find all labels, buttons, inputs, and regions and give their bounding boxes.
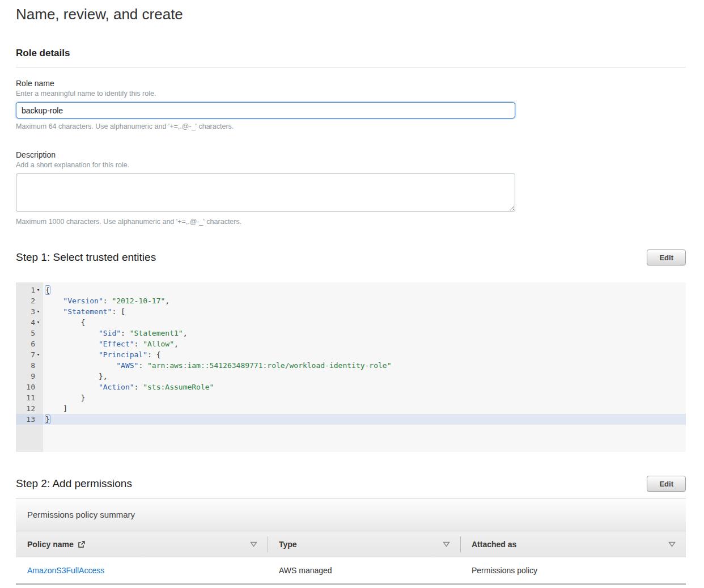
code-line[interactable]: }, — [43, 371, 686, 382]
description-field: Description Add a short explanation for … — [16, 150, 686, 226]
editor-code[interactable]: { "Version": "2012-10-17", "Statement": … — [43, 282, 686, 452]
fold-arrow-icon[interactable]: ▾ — [35, 306, 41, 317]
code-line[interactable]: "Statement": [ — [43, 306, 686, 317]
permissions-panel-title: Permissions policy summary — [16, 498, 686, 531]
attached-as-cell: Permissions policy — [460, 566, 686, 575]
line-number: 5 — [16, 328, 43, 339]
description-hint: Maximum 1000 characters. Use alphanumeri… — [16, 218, 686, 226]
page-title: Name, review, and create — [16, 6, 686, 23]
line-number: 8 — [16, 360, 43, 371]
policy-editor[interactable]: 1▾23▾4▾567▾8910111213 { "Version": "2012… — [16, 282, 686, 452]
line-number: 12 — [16, 403, 43, 414]
filter-down-icon[interactable] — [668, 542, 676, 547]
code-line[interactable]: } — [43, 414, 686, 425]
permissions-panel: Permissions policy summary Policy nameTy… — [16, 498, 686, 585]
role-name-field: Role name Enter a meaningful name to ide… — [16, 79, 686, 130]
column-header-attached-as[interactable]: Attached as — [460, 531, 686, 557]
line-number: 6 — [16, 339, 43, 349]
role-name-label: Role name — [16, 79, 686, 88]
step1-header-row: Step 1: Select trusted entities Edit — [16, 249, 686, 265]
description-label: Description — [16, 150, 686, 159]
table-row: AmazonS3FullAccessAWS managedPermissions… — [16, 557, 686, 585]
role-name-input[interactable] — [16, 102, 515, 119]
policy-name-link[interactable]: AmazonS3FullAccess — [27, 566, 104, 575]
fold-arrow-icon[interactable]: ▾ — [35, 317, 41, 328]
column-header-policy-name[interactable]: Policy name — [16, 531, 268, 557]
column-header-label: Type — [279, 540, 297, 549]
code-line[interactable]: "Effect": "Allow", — [43, 339, 686, 349]
code-line[interactable]: "Principal": { — [43, 349, 686, 360]
line-number: 7▾ — [16, 349, 43, 360]
code-line[interactable]: "Version": "2012-10-17", — [43, 295, 686, 306]
description-textarea[interactable] — [16, 174, 515, 211]
editor-gutter: 1▾23▾4▾567▾8910111213 — [16, 282, 43, 452]
line-number: 10 — [16, 382, 43, 392]
section-divider — [16, 67, 686, 67]
column-header-label: Policy name — [27, 540, 74, 549]
line-number: 11 — [16, 392, 43, 403]
code-line[interactable]: "Sid": "Statement1", — [43, 328, 686, 339]
step1-edit-button[interactable]: Edit — [647, 249, 686, 265]
main-content: Name, review, and create Role details Ro… — [0, 6, 704, 585]
line-number: 4▾ — [16, 317, 43, 328]
fold-arrow-icon[interactable]: ▾ — [35, 285, 41, 295]
line-number: 13 — [16, 414, 43, 425]
role-details-heading: Role details — [16, 48, 686, 59]
line-number: 1▾ — [16, 285, 43, 295]
role-name-help: Enter a meaningful name to identify this… — [16, 90, 686, 98]
policy-table-body: AmazonS3FullAccessAWS managedPermissions… — [16, 557, 686, 585]
step2-heading: Step 2: Add permissions — [16, 477, 132, 490]
role-name-hint: Maximum 64 characters. Use alphanumeric … — [16, 122, 686, 130]
external-link-icon — [78, 541, 85, 548]
line-number: 2 — [16, 295, 43, 306]
line-number: 3▾ — [16, 306, 43, 317]
column-header-label: Attached as — [472, 540, 516, 549]
filter-down-icon[interactable] — [443, 542, 450, 547]
code-line[interactable]: ] — [43, 403, 686, 414]
code-line[interactable]: "Action": "sts:AssumeRole" — [43, 382, 686, 392]
code-line[interactable]: { — [43, 317, 686, 328]
filter-down-icon[interactable] — [250, 542, 257, 547]
policy-table-header: Policy nameTypeAttached as — [16, 531, 686, 557]
step2-edit-button[interactable]: Edit — [647, 476, 686, 492]
policy-type-cell: AWS managed — [268, 566, 460, 575]
code-line[interactable]: "AWS": "arn:aws:iam::541263489771:role/w… — [43, 360, 686, 371]
line-number: 9 — [16, 371, 43, 382]
code-line[interactable]: } — [43, 392, 686, 403]
fold-arrow-icon[interactable]: ▾ — [35, 349, 41, 360]
code-line[interactable]: { — [43, 285, 686, 295]
column-header-type[interactable]: Type — [268, 531, 460, 557]
step1-heading: Step 1: Select trusted entities — [16, 251, 156, 264]
step2-header-row: Step 2: Add permissions Edit — [16, 476, 686, 492]
description-help: Add a short explanation for this role. — [16, 161, 686, 169]
